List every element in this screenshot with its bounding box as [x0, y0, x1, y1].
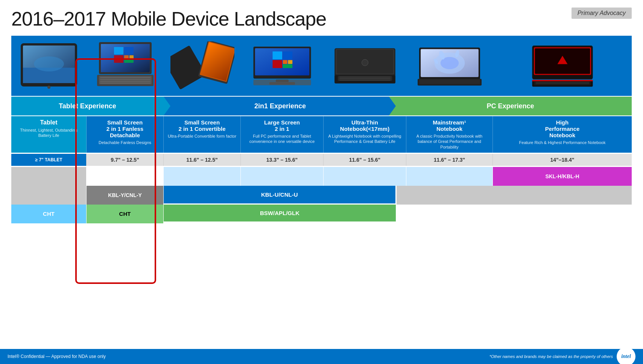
- highperf-name: HighPerformanceNotebook: [545, 119, 580, 138]
- size-row: ≥ 7" TABLET 9.7" – 12.5" 11.6" – 12.5" 1…: [11, 153, 632, 166]
- slide-title: 2016–2017 Mobile Device Landscape: [11, 8, 326, 30]
- small-conv-device-svg: [170, 41, 234, 90]
- svg-rect-28: [283, 52, 293, 59]
- mainstream-img-cell: [406, 36, 493, 96]
- proc-row-2: KBL-Y/CNL-Y KBL-U/CNL-U: [11, 185, 632, 203]
- small-fanless-desc: Detachable Fanless Designs: [99, 140, 151, 145]
- small-fanless-device-svg: [93, 41, 157, 90]
- footer: Intel® Confidential — Approved for NDA u…: [0, 349, 643, 364]
- svg-rect-42: [339, 78, 391, 79]
- mainstream-device-svg: [418, 41, 482, 90]
- mainstream-desc: A classic Productivity Notebook with bal…: [410, 133, 489, 150]
- conv-to-mainstream-proc2: KBL-U/CNL-U: [164, 186, 397, 203]
- ultrathin-proc1: [324, 167, 406, 186]
- svg-rect-9: [114, 47, 123, 55]
- category-row: Tablet Thinnest, Lightest, Outstanding B…: [11, 115, 632, 153]
- tablet-img-cell: [11, 36, 87, 96]
- mainstream-size: 11.6" – 17.3": [406, 154, 493, 166]
- svg-rect-14: [124, 59, 134, 63]
- svg-rect-43: [339, 80, 391, 80]
- small-fanless-proc2: KBL-Y/CNL-Y: [87, 186, 164, 205]
- landscape-container: Tablet Experience 2in1 Experience PC Exp…: [11, 36, 632, 221]
- mainstream-cat-cell: Mainstream¹Notebook A classic Productivi…: [406, 116, 493, 153]
- mainstream-proc1: [406, 167, 493, 186]
- tablet-size: ≥ 7" TABLET: [11, 154, 87, 166]
- highperf-img-cell: [493, 36, 632, 96]
- small-fanless-proc1: [87, 167, 164, 186]
- large-2in1-device-svg: [250, 41, 314, 90]
- ultrathin-device-svg: [333, 41, 397, 90]
- large-2in1-proc1: [241, 167, 324, 186]
- svg-rect-62: [535, 82, 589, 83]
- proc-row-1: SKL-H/KBL-H: [11, 166, 632, 185]
- highperf-size: 14"–18.4": [493, 154, 632, 166]
- large-2in1-desc: Full PC performance and Tablet convenien…: [245, 133, 319, 144]
- ultrathin-img-cell: [324, 36, 406, 96]
- small-conv-size: 11.6" – 12.5": [164, 154, 241, 166]
- primary-advocacy-badge: Primary Advocacy: [572, 8, 632, 19]
- ultrathin-desc: A Lightweight Notebook with compelling P…: [327, 133, 402, 144]
- small-fanless-cat-cell: Small Screen2 in 1 FanlessDetachable Det…: [87, 116, 164, 153]
- svg-rect-20: [100, 83, 150, 83]
- small-conv-proc1: [164, 167, 241, 186]
- small-conv-img-cell: [164, 36, 241, 96]
- proc-row-3: CHT CHT BSW/APL/GLK: [11, 203, 632, 221]
- small-fanless-size: 9.7" – 12.5": [87, 154, 164, 166]
- 2in1-exp-label: 2in1 Experience: [254, 102, 306, 110]
- svg-rect-12: [124, 55, 129, 59]
- tablet-exp-label: Tablet Experience: [59, 102, 116, 110]
- experience-bar-row: Tablet Experience 2in1 Experience PC Exp…: [11, 97, 632, 115]
- svg-rect-63: [535, 83, 589, 84]
- tablet-device-svg: [17, 41, 81, 90]
- tablet-proc1: [11, 167, 87, 186]
- large-2in1-name: Large Screen2 in 1: [264, 119, 300, 132]
- images-row: [11, 36, 632, 97]
- small-conv-desc: Ultra-Portable Convertible form factor: [168, 133, 236, 139]
- highperf-cat-cell: HighPerformanceNotebook Feature Rich & H…: [493, 116, 632, 153]
- ultrathin-size: 11.6" – 15.6": [324, 154, 406, 166]
- svg-rect-32: [283, 64, 293, 68]
- tablet-desc: Thinnest, Lightest, Outstanding Battery …: [15, 127, 82, 138]
- intel-logo: intel: [617, 347, 635, 364]
- small-fanless-name: Small Screen2 in 1 FanlessDetachable: [106, 119, 143, 138]
- svg-rect-53: [419, 79, 480, 84]
- conv-to-mainstream-proc3: BSW/APL/GLK: [164, 205, 396, 221]
- header: 2016–2017 Mobile Device Landscape Primar…: [11, 8, 632, 30]
- svg-rect-41: [339, 77, 391, 77]
- small-conv-cat-cell: Small Screen2 in 1 Convertible Ultra-Por…: [164, 116, 241, 153]
- svg-point-4: [34, 56, 64, 71]
- svg-rect-30: [283, 60, 287, 64]
- footer-right-group: *Other names and brands may be claimed a…: [489, 347, 635, 364]
- large-2in1-cat-cell: Large Screen2 in 1 Full PC performance a…: [241, 116, 324, 153]
- small-fanless-img-cell: [87, 36, 164, 96]
- svg-rect-18: [100, 79, 150, 80]
- svg-point-5: [47, 86, 50, 89]
- tablet-name: Tablet: [40, 119, 58, 126]
- highperf-desc: Feature Rich & Highest Performance Noteb…: [519, 140, 606, 145]
- svg-rect-10: [124, 47, 134, 55]
- svg-rect-13: [129, 55, 134, 59]
- large-2in1-size: 13.3" – 15.6": [241, 154, 324, 166]
- small-conv-name: Small Screen2 in 1 Convertible: [178, 119, 225, 132]
- svg-rect-35: [254, 80, 311, 85]
- svg-rect-27: [273, 52, 283, 59]
- svg-rect-17: [100, 77, 150, 78]
- highperf-proc2: [397, 186, 632, 205]
- large-2in1-img-cell: [241, 36, 324, 96]
- svg-rect-60: [532, 80, 593, 82]
- tablet-proc3: CHT: [11, 205, 87, 223]
- svg-point-44: [362, 59, 368, 66]
- ultrathin-cat-cell: Ultra-ThinNotebook(<17mm) A Lightweight …: [324, 116, 406, 153]
- svg-rect-29: [273, 60, 283, 68]
- svg-rect-19: [100, 81, 150, 82]
- footer-disclaimer: *Other names and brands may be claimed a…: [489, 354, 613, 359]
- svg-rect-31: [288, 60, 292, 64]
- footer-confidential: Intel® Confidential — Approved for NDA u…: [8, 354, 106, 359]
- ultrathin-name: Ultra-ThinNotebook(<17mm): [340, 119, 389, 132]
- svg-rect-11: [114, 55, 123, 63]
- slide: 2016–2017 Mobile Device Landscape Primar…: [0, 0, 643, 364]
- pc-exp-label: PC Experience: [486, 102, 534, 110]
- mainstream-name: Mainstream¹Notebook: [433, 119, 466, 132]
- tablet-proc2: [11, 186, 87, 205]
- tablet-cat-cell: Tablet Thinnest, Lightest, Outstanding B…: [11, 116, 87, 153]
